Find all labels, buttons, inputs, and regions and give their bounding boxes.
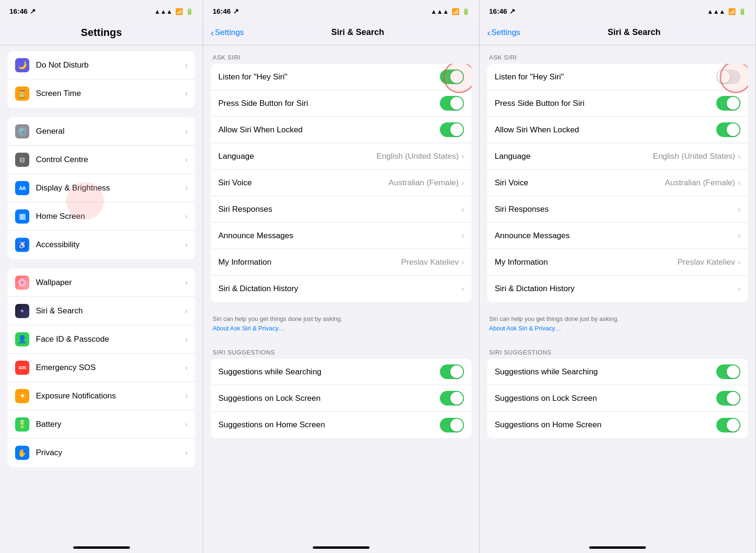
- suggestions-searching-label-middle: Suggestions while Searching: [218, 367, 440, 377]
- wallpaper-icon: 🌸: [15, 276, 29, 290]
- wallpaper-label: Wallpaper: [36, 278, 185, 287]
- siri-suggestions-group-right: Suggestions while Searching Suggestions …: [487, 359, 748, 438]
- siri-search-icon: ✦: [15, 304, 29, 318]
- allow-locked-toggle-right[interactable]: [716, 122, 740, 137]
- siri-suggestions-header-middle: SIRI SUGGESTIONS: [203, 340, 479, 359]
- privacy-icon: ✋: [15, 446, 29, 460]
- chevron-icon: ›: [185, 241, 188, 249]
- ask-siri-privacy-link-middle[interactable]: About Ask Siri & Privacy…: [213, 325, 284, 332]
- suggestions-home-toggle-right[interactable]: [716, 418, 740, 432]
- suggestions-lock-toggle-middle[interactable]: [440, 391, 464, 406]
- side-button-label-middle: Press Side Button for Siri: [218, 99, 440, 108]
- settings-list: 🌙 Do Not Disturb › ⏳ Screen Time › ⚙️ Ge…: [0, 45, 203, 542]
- ask-siri-footer-middle: Siri can help you get things done just b…: [203, 311, 479, 340]
- language-chevron-middle: ›: [462, 152, 464, 161]
- allow-locked-row-middle[interactable]: Allow Siri When Locked: [211, 117, 472, 143]
- language-row-right[interactable]: Language English (United States) ›: [487, 143, 748, 170]
- language-value-middle: English (United States): [377, 152, 459, 161]
- settings-row-display-brightness[interactable]: AA Display & Brightness ›: [8, 174, 195, 202]
- siri-voice-row-middle[interactable]: Siri Voice Australian (Female) ›: [211, 170, 472, 196]
- suggestions-home-row-middle[interactable]: Suggestions on Home Screen: [211, 412, 472, 438]
- suggestions-searching-toggle-middle[interactable]: [440, 364, 464, 379]
- settings-row-exposure[interactable]: ✦ Exposure Notifications ›: [8, 382, 195, 410]
- side-button-toggle-middle[interactable]: [440, 96, 464, 111]
- do-not-disturb-icon: 🌙: [15, 58, 29, 72]
- my-info-row-right[interactable]: My Information Preslav Kateliev ›: [487, 249, 748, 276]
- siri-responses-row-middle[interactable]: Siri Responses ›: [211, 196, 472, 223]
- chevron-icon: ›: [185, 449, 188, 457]
- suggestions-lock-toggle-right[interactable]: [716, 391, 740, 406]
- privacy-label: Privacy: [36, 448, 185, 458]
- display-brightness-label: Display & Brightness: [36, 183, 185, 193]
- siri-responses-row-right[interactable]: Siri Responses ›: [487, 196, 748, 223]
- language-value-right: English (United States): [653, 152, 735, 161]
- siri-voice-label-right: Siri Voice: [495, 178, 665, 188]
- ask-siri-privacy-link-right[interactable]: About Ask Siri & Privacy…: [489, 325, 561, 332]
- back-button-middle[interactable]: ‹ Settings: [211, 28, 244, 37]
- side-button-row-right[interactable]: Press Side Button for Siri: [487, 90, 748, 117]
- chevron-icon: ›: [185, 307, 188, 315]
- announce-messages-row-middle[interactable]: Announce Messages ›: [211, 223, 472, 249]
- siri-voice-chevron-right: ›: [738, 179, 740, 187]
- settings-row-general[interactable]: ⚙️ General ›: [8, 117, 195, 146]
- suggestions-lock-row-right[interactable]: Suggestions on Lock Screen: [487, 385, 748, 412]
- settings-row-accessibility[interactable]: ♿ Accessibility ›: [8, 231, 195, 259]
- language-row-middle[interactable]: Language English (United States) ›: [211, 143, 472, 170]
- siri-dictation-row-middle[interactable]: Siri & Dictation History ›: [211, 276, 472, 302]
- settings-row-face-id[interactable]: 👤 Face ID & Passcode ›: [8, 325, 195, 354]
- suggestions-lock-row-middle[interactable]: Suggestions on Lock Screen: [211, 385, 472, 412]
- side-button-row-middle[interactable]: Press Side Button for Siri: [211, 90, 472, 117]
- suggestions-searching-row-right[interactable]: Suggestions while Searching: [487, 359, 748, 385]
- hey-siri-row-middle[interactable]: Listen for "Hey Siri": [211, 64, 472, 90]
- siri-dictation-label-middle: Siri & Dictation History: [218, 284, 462, 294]
- status-bar-left: 16:46 ↗ ▲▲▲ 📶 🔋: [0, 0, 203, 21]
- siri-middle-content: ASK SIRI Listen for "Hey Siri" Press Sid…: [203, 45, 479, 542]
- settings-row-wallpaper[interactable]: 🌸 Wallpaper ›: [8, 268, 195, 297]
- allow-locked-toggle-middle[interactable]: [440, 122, 464, 137]
- allow-locked-row-right[interactable]: Allow Siri When Locked: [487, 117, 748, 143]
- my-info-value-middle: Preslav Kateliev: [401, 258, 459, 267]
- suggestions-searching-label-right: Suggestions while Searching: [495, 367, 716, 377]
- my-info-row-middle[interactable]: My Information Preslav Kateliev ›: [211, 249, 472, 276]
- settings-row-screen-time[interactable]: ⏳ Screen Time ›: [8, 79, 195, 108]
- settings-row-privacy[interactable]: ✋ Privacy ›: [8, 439, 195, 467]
- suggestions-searching-row-middle[interactable]: Suggestions while Searching: [211, 359, 472, 385]
- settings-row-battery[interactable]: 🔋 Battery ›: [8, 410, 195, 439]
- siri-responses-chevron-middle: ›: [462, 205, 464, 214]
- suggestions-home-row-right[interactable]: Suggestions on Home Screen: [487, 412, 748, 438]
- chevron-icon: ›: [185, 89, 188, 98]
- announce-messages-label-middle: Announce Messages: [218, 231, 462, 241]
- accessibility-icon: ♿: [15, 238, 29, 252]
- settings-row-do-not-disturb[interactable]: 🌙 Do Not Disturb ›: [8, 51, 195, 79]
- home-bar-left: [73, 546, 130, 549]
- chevron-icon: ›: [185, 335, 188, 344]
- hey-siri-row-right[interactable]: Listen for "Hey Siri": [487, 64, 748, 90]
- side-button-label-right: Press Side Button for Siri: [495, 99, 716, 108]
- home-indicator-middle: [203, 542, 479, 553]
- chevron-icon: ›: [185, 127, 188, 136]
- settings-row-siri-search[interactable]: ✦ Siri & Search ›: [8, 297, 195, 325]
- hey-siri-toggle-middle[interactable]: [440, 69, 464, 84]
- back-button-right[interactable]: ‹ Settings: [487, 28, 520, 37]
- settings-row-emergency-sos[interactable]: SOS Emergency SOS ›: [8, 354, 195, 382]
- control-centre-icon: ⊟: [15, 153, 29, 167]
- status-icons-middle: ▲▲▲ 📶 🔋: [430, 8, 470, 15]
- language-chevron-right: ›: [738, 152, 740, 161]
- suggestions-home-toggle-middle[interactable]: [440, 418, 464, 432]
- chevron-icon: ›: [185, 184, 188, 192]
- settings-row-home-screen[interactable]: ▦ Home Screen ›: [8, 202, 195, 231]
- my-info-value-right: Preslav Kateliev: [678, 258, 735, 267]
- settings-row-control-centre[interactable]: ⊟ Control Centre ›: [8, 146, 195, 174]
- side-button-toggle-right[interactable]: [716, 96, 740, 111]
- hey-siri-label-right: Listen for "Hey Siri": [495, 72, 716, 82]
- announce-messages-row-right[interactable]: Announce Messages ›: [487, 223, 748, 249]
- siri-voice-row-right[interactable]: Siri Voice Australian (Female) ›: [487, 170, 748, 196]
- nav-bar-middle: ‹ Settings Siri & Search: [203, 21, 479, 45]
- suggestions-searching-toggle-right[interactable]: [716, 364, 740, 379]
- hey-siri-toggle-right[interactable]: [716, 69, 740, 84]
- control-centre-label: Control Centre: [36, 155, 185, 164]
- siri-dictation-row-right[interactable]: Siri & Dictation History ›: [487, 276, 748, 302]
- settings-panel: 16:46 ↗ ▲▲▲ 📶 🔋 Settings 🌙 Do Not Distur…: [0, 0, 203, 553]
- home-screen-icon: ▦: [15, 209, 29, 224]
- siri-search-label: Siri & Search: [36, 306, 185, 316]
